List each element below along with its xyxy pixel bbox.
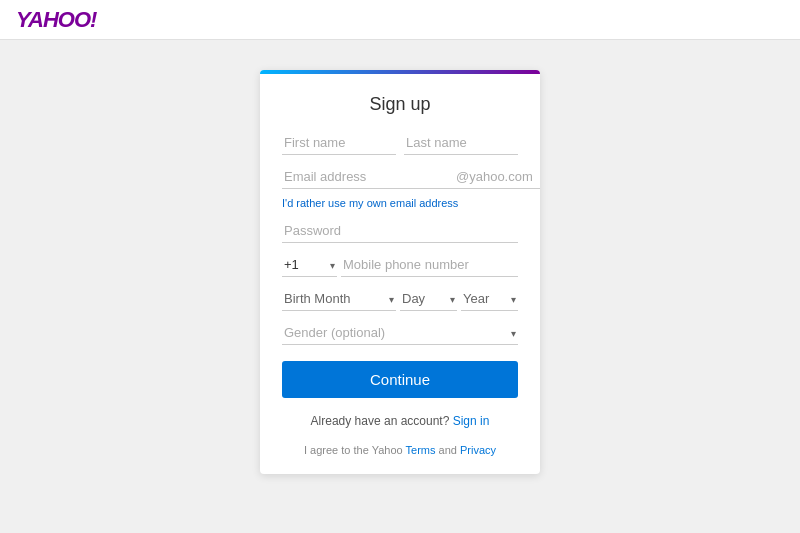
phone-input[interactable] — [341, 253, 518, 277]
country-code-select[interactable]: +1 +44 +91 — [282, 253, 337, 277]
gender-row: Gender (optional) Male Female Other — [282, 321, 518, 345]
page-background: Sign up I'd rather use my own email addr… — [0, 40, 800, 533]
terms-text: I agree to the Yahoo Terms and Privacy — [282, 444, 518, 456]
already-account-label: Already have an account? — [311, 414, 450, 428]
own-email-link[interactable]: I'd rather use my own email address — [282, 197, 458, 209]
last-name-input[interactable] — [404, 131, 518, 155]
password-input[interactable] — [282, 219, 518, 243]
day-wrapper: Day 12 34 56 78 910 1112 1314 1516 1718 … — [400, 287, 457, 311]
birth-month-wrapper: Birth Month January February March April… — [282, 287, 396, 311]
privacy-link[interactable]: Privacy — [460, 444, 496, 456]
signup-title: Sign up — [282, 94, 518, 115]
name-row — [282, 131, 518, 155]
continue-button[interactable]: Continue — [282, 361, 518, 398]
day-select[interactable]: Day 12 34 56 78 910 1112 1314 1516 1718 … — [400, 287, 457, 311]
signin-text: Already have an account? Sign in — [282, 414, 518, 428]
year-wrapper: Year 2005 2000 1990 1980 1970 — [461, 287, 518, 311]
signin-link[interactable]: Sign in — [453, 414, 490, 428]
email-input[interactable] — [282, 165, 454, 189]
yahoo-logo: YAHOO! — [16, 7, 96, 33]
terms-link[interactable]: Terms — [406, 444, 436, 456]
signup-card: Sign up I'd rather use my own email addr… — [260, 70, 540, 474]
top-nav: YAHOO! — [0, 0, 800, 40]
terms-and: and — [439, 444, 457, 456]
year-select[interactable]: Year 2005 2000 1990 1980 1970 — [461, 287, 518, 311]
birth-month-select[interactable]: Birth Month January February March April… — [282, 287, 396, 311]
gender-select[interactable]: Gender (optional) Male Female Other — [282, 321, 518, 345]
phone-row: +1 +44 +91 — [282, 253, 518, 277]
email-row — [282, 165, 518, 189]
dob-row: Birth Month January February March April… — [282, 287, 518, 311]
yahoo-suffix-input — [454, 165, 540, 189]
country-code-wrapper: +1 +44 +91 — [282, 253, 337, 277]
gender-select-wrapper: Gender (optional) Male Female Other — [282, 321, 518, 345]
password-group — [282, 219, 518, 243]
card-content: Sign up I'd rather use my own email addr… — [260, 74, 540, 474]
terms-prefix: I agree to the Yahoo — [304, 444, 403, 456]
first-name-input[interactable] — [282, 131, 396, 155]
